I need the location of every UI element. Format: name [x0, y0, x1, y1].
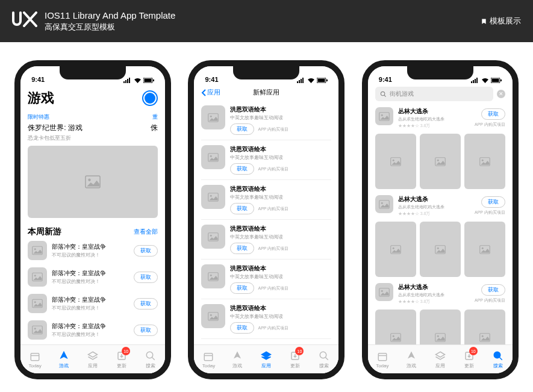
promo-title[interactable]: 侏罗纪世界: 游戏 [28, 123, 83, 133]
screenshot[interactable] [464, 134, 505, 189]
back-button[interactable]: 应用 [201, 88, 220, 97]
profile-avatar[interactable] [142, 90, 158, 106]
showcase-link[interactable]: 模板展示 [481, 16, 521, 26]
get-button[interactable]: 获取 [481, 108, 505, 120]
status-time: 9:41 [31, 76, 45, 83]
search-result[interactable]: 丛林大逃杀 丛从求生绝地吃鸡大逃杀 ★★★★☆ 3.8万 获取 APP 内购买项… [375, 189, 505, 277]
svg-point-34 [210, 194, 212, 196]
tab-games[interactable]: 游戏 [223, 345, 252, 373]
screenshot[interactable] [375, 222, 416, 277]
screenshot[interactable] [375, 310, 416, 344]
badge: 10 [122, 347, 130, 355]
get-button[interactable]: 获取 [230, 163, 254, 175]
phone-games: 9:41 游戏 限时特惠 重 侏罗纪世界: 游戏 侏 恐龙卡包低至五折 [14, 60, 171, 379]
app-icon [375, 107, 393, 125]
svg-rect-27 [318, 79, 325, 82]
screenshot[interactable] [420, 134, 461, 189]
status-icons [297, 78, 328, 83]
app-name: 丛林大逃杀 [398, 107, 470, 116]
tab-search[interactable]: 搜索 [136, 345, 165, 373]
header-left: IOS11 Library And App Template 高保真交互原型模板 [12, 10, 175, 33]
see-all-link[interactable]: 查看全部 [134, 228, 158, 236]
tab-search[interactable]: 搜索 [310, 345, 338, 373]
svg-rect-0 [123, 81, 125, 83]
svg-rect-17 [31, 353, 39, 360]
svg-point-10 [34, 248, 36, 250]
tab-apps[interactable]: 应用 [252, 345, 281, 373]
get-button[interactable]: 获取 [481, 196, 505, 208]
tab-today[interactable]: Today [194, 345, 223, 373]
search-input[interactable]: 街机游戏 [375, 87, 493, 101]
list-item[interactable]: 洪恩双语绘本 中英文故事趣味互动阅读 获取 APP 内购买项目 [201, 101, 331, 140]
tab-updates[interactable]: 10更新 [455, 345, 484, 373]
iap-label: APP 内购买项目 [258, 206, 288, 212]
get-button[interactable]: 获取 [134, 245, 158, 257]
svg-point-30 [210, 115, 212, 117]
list-item[interactable]: 部落冲突：皇室战争 不可思议的魔性对决！ 获取 [28, 317, 158, 343]
app-name: 部落冲突：皇室战争 [52, 296, 129, 304]
screenshot[interactable] [464, 222, 505, 277]
svg-point-82 [494, 352, 500, 358]
tab-games[interactable]: 游戏 [397, 345, 426, 373]
app-desc: 不可思议的魔性对决！ [52, 331, 129, 338]
get-button[interactable]: 获取 [230, 123, 254, 135]
search-result[interactable]: 丛林大逃杀 丛从求生绝地吃鸡大逃杀 ★★★★☆ 3.8万 获取 APP 内购买项… [375, 277, 505, 344]
get-button[interactable]: 获取 [481, 284, 505, 296]
screenshot[interactable] [420, 222, 461, 277]
get-button[interactable]: 获取 [230, 282, 254, 294]
svg-point-62 [482, 159, 484, 161]
list-item[interactable]: 部落冲突：皇室战争 不可思议的魔性对决！ 获取 [28, 264, 158, 290]
svg-point-38 [210, 274, 212, 276]
svg-point-14 [34, 301, 36, 303]
app-desc: 中英文故事趣味互动阅读 [230, 313, 331, 320]
screenshot[interactable] [375, 134, 416, 189]
svg-rect-25 [302, 78, 304, 83]
search-result[interactable]: 丛林大逃杀 丛从求生绝地吃鸡大逃杀 ★★★★☆ 3.8万 获取 APP 内购买项… [375, 101, 505, 189]
screenshot[interactable] [420, 310, 461, 344]
get-button[interactable]: 获取 [230, 322, 254, 334]
svg-point-56 [381, 114, 383, 116]
get-button[interactable]: 获取 [230, 203, 254, 214]
screenshot[interactable] [464, 310, 505, 344]
tab-updates[interactable]: 10更新 [281, 345, 310, 373]
svg-rect-51 [491, 79, 499, 82]
tab-apps[interactable]: 应用 [426, 345, 455, 373]
get-button[interactable]: 获取 [134, 325, 158, 336]
list-item[interactable]: 部落冲突：皇室战争 不可思议的魔性对决！ 获取 [28, 237, 158, 264]
svg-rect-79 [378, 353, 387, 360]
tab-apps[interactable]: 应用 [78, 345, 107, 373]
iap-label: APP 内购买项目 [475, 210, 505, 216]
app-name: 部落冲突：皇室战争 [52, 269, 129, 278]
tab-today[interactable]: Today [20, 345, 49, 373]
signal-icon [123, 78, 132, 83]
hero-image[interactable] [28, 146, 158, 218]
app-icon [201, 145, 225, 169]
get-button[interactable]: 获取 [134, 298, 158, 310]
app-icon [28, 241, 47, 260]
get-button[interactable]: 获取 [230, 243, 254, 254]
list-item[interactable]: 洪恩双语绘本 中英文故事趣味互动阅读 获取 APP 内购买项目 [201, 140, 331, 180]
svg-rect-2 [127, 79, 128, 83]
promo-subtitle: 恐龙卡包低至五折 [28, 134, 158, 142]
iap-label: APP 内购买项目 [258, 285, 288, 291]
get-button[interactable]: 获取 [134, 272, 158, 283]
svg-point-70 [482, 247, 484, 249]
list-item[interactable]: 洪恩双语绘本 中英文故事趣味互动阅读 获取 APP 内购买项目 [201, 299, 331, 339]
svg-point-32 [210, 155, 212, 157]
tab-updates[interactable]: 10更新 [107, 345, 136, 373]
list-item[interactable]: 洪恩双语绘本 中英文故事趣味互动阅读 获取 APP 内购买项目 [201, 220, 331, 260]
svg-rect-23 [299, 80, 300, 83]
notch [233, 66, 299, 79]
list-item[interactable]: 部落冲突：皇室战争 不可思议的魔性对决！ 获取 [28, 290, 158, 317]
app-icon [201, 105, 225, 129]
list-item[interactable]: 洪恩双语绘本 中英文故事趣味互动阅读 获取 APP 内购买项目 [201, 260, 331, 299]
app-name: 丛林大逃杀 [398, 195, 470, 204]
calendar-icon [30, 351, 40, 362]
clear-button[interactable]: ✕ [497, 90, 505, 98]
tab-search[interactable]: 搜索 [484, 345, 513, 373]
section-title: 本周新游 [28, 226, 61, 237]
list-item[interactable]: 洪恩双语绘本 中英文故事趣味互动阅读 获取 APP 内购买项目 [201, 180, 331, 220]
tab-games[interactable]: 游戏 [49, 345, 78, 373]
tab-today[interactable]: Today [368, 345, 397, 373]
svg-point-68 [437, 247, 439, 249]
